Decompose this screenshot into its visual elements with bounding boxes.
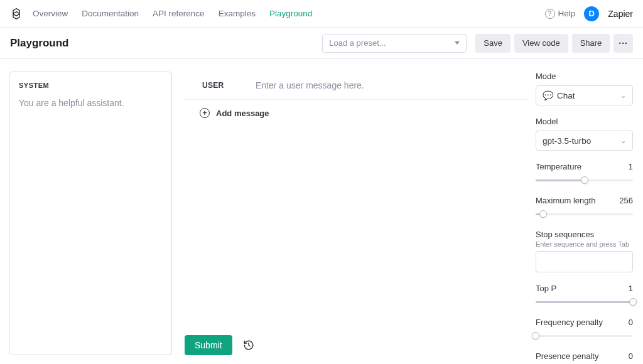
model-value: gpt-3.5-turbo <box>543 136 591 146</box>
param-temperature: Temperature1 <box>536 162 633 185</box>
preset-select[interactable]: Load a preset... <box>322 34 467 53</box>
param-top-p: Top P1 <box>536 284 633 306</box>
nav-links: Overview Documentation API reference Exa… <box>33 9 312 18</box>
param-model: Model gpt-3.5-turbo ⌄ <box>536 117 633 151</box>
param-pres: Presence penalty0 <box>536 351 633 364</box>
mode-select[interactable]: 💬Chat ⌄ <box>536 85 633 105</box>
username: Zapier <box>608 9 633 19</box>
openai-logo-icon <box>10 8 23 20</box>
view-code-button[interactable]: View code <box>514 34 568 53</box>
freq-slider[interactable] <box>536 331 633 340</box>
model-select[interactable]: gpt-3.5-turbo ⌄ <box>536 131 633 151</box>
more-button[interactable]: ··· <box>613 34 633 53</box>
top-p-value: 1 <box>629 284 633 293</box>
nav-right: ? Help D Zapier <box>545 6 633 21</box>
pres-value: 0 <box>629 351 633 361</box>
temperature-label: Temperature <box>536 162 581 171</box>
help-link[interactable]: ? Help <box>545 9 576 19</box>
help-label: Help <box>558 9 576 18</box>
plus-circle-icon: + <box>200 108 210 118</box>
nav-examples[interactable]: Examples <box>219 9 256 18</box>
main: SYSTEM You are a helpful assistant. USER… <box>0 59 643 364</box>
preset-placeholder: Load a preset... <box>329 38 386 48</box>
add-message-label: Add message <box>216 109 269 118</box>
param-stop: Stop sequences Enter sequence and press … <box>536 230 633 272</box>
top-p-label: Top P <box>536 284 556 293</box>
help-icon: ? <box>545 9 555 19</box>
stop-hint: Enter sequence and press Tab <box>536 240 633 248</box>
avatar[interactable]: D <box>584 6 599 21</box>
page-header: Playground Load a preset... Save View co… <box>0 28 643 59</box>
more-icon: ··· <box>619 39 628 48</box>
system-box[interactable]: SYSTEM You are a helpful assistant. <box>9 72 172 355</box>
message-input[interactable]: Enter a user message here. <box>256 80 523 90</box>
temperature-slider[interactable] <box>536 176 633 185</box>
page-title: Playground <box>10 37 69 50</box>
save-button[interactable]: Save <box>475 34 511 53</box>
system-label: SYSTEM <box>19 82 162 89</box>
submit-button[interactable]: Submit <box>185 335 232 355</box>
stop-label: Stop sequences <box>536 230 633 239</box>
message-role-label: USER <box>202 81 256 90</box>
chat-icon: 💬 <box>543 90 553 100</box>
param-max-length: Maximum length256 <box>536 196 633 218</box>
nav-overview[interactable]: Overview <box>33 9 68 18</box>
system-panel: SYSTEM You are a helpful assistant. <box>0 59 180 364</box>
share-button[interactable]: Share <box>572 34 610 53</box>
history-button[interactable] <box>240 336 257 354</box>
system-textarea[interactable]: You are a helpful assistant. <box>19 98 162 108</box>
params-panel: Mode 💬Chat ⌄ Model gpt-3.5-turbo ⌄ Tempe… <box>533 59 643 364</box>
messages-panel: USER Enter a user message here. + Add me… <box>180 59 533 364</box>
top-nav: Overview Documentation API reference Exa… <box>0 0 643 28</box>
max-length-value: 256 <box>619 196 633 205</box>
param-mode: Mode 💬Chat ⌄ <box>536 72 633 105</box>
freq-label: Frequency penalty <box>536 318 603 327</box>
chevron-down-icon <box>455 41 460 45</box>
pres-label: Presence penalty <box>536 351 598 361</box>
stop-sequences-input[interactable] <box>536 251 633 272</box>
mode-value: Chat <box>557 91 575 100</box>
nav-api-reference[interactable]: API reference <box>153 9 205 18</box>
center-actions: Submit <box>185 335 527 355</box>
max-length-label: Maximum length <box>536 196 595 205</box>
temperature-value: 1 <box>629 162 633 171</box>
mode-label: Mode <box>536 72 556 81</box>
chevron-down-icon: ⌄ <box>620 92 626 100</box>
freq-value: 0 <box>629 318 633 327</box>
max-length-slider[interactable] <box>536 210 633 218</box>
nav-playground[interactable]: Playground <box>269 9 312 18</box>
model-label: Model <box>536 117 558 126</box>
history-icon <box>243 340 254 351</box>
chevron-down-icon: ⌄ <box>620 137 626 145</box>
top-p-slider[interactable] <box>536 297 633 306</box>
param-freq: Frequency penalty0 <box>536 318 633 340</box>
message-row[interactable]: USER Enter a user message here. <box>185 72 527 100</box>
add-message-button[interactable]: + Add message <box>185 100 527 118</box>
nav-documentation[interactable]: Documentation <box>82 9 139 18</box>
